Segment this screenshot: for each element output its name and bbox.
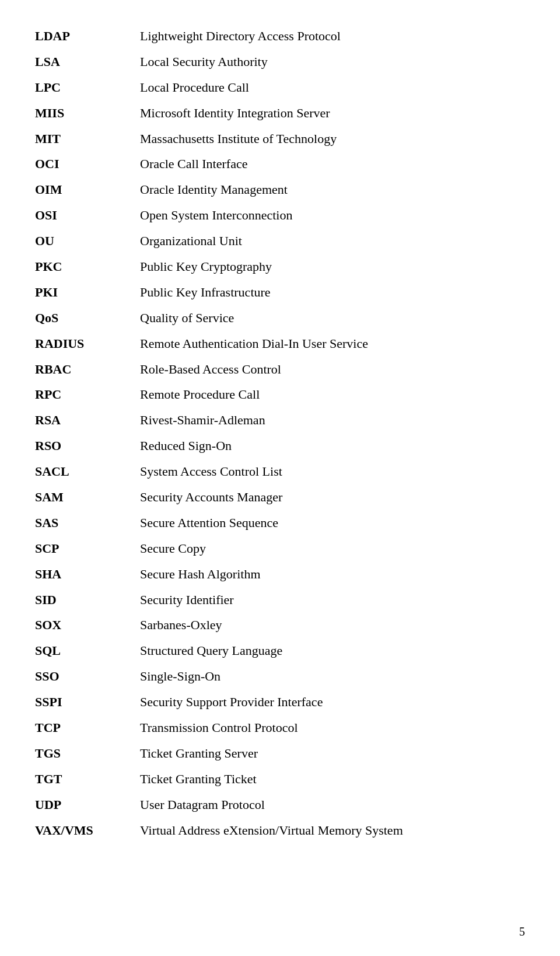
definition: Secure Copy [140,536,525,561]
table-row: OSIOpen System Interconnection [35,203,525,228]
table-row: PKIPublic Key Infrastructure [35,280,525,305]
definition: Organizational Unit [140,228,525,254]
table-row: RADIUSRemote Authentication Dial-In User… [35,331,525,357]
table-row: VAX/VMSVirtual Address eXtension/Virtual… [35,818,525,843]
abbreviation: OSI [35,203,140,228]
abbreviation: VAX/VMS [35,818,140,843]
definition: Oracle Call Interface [140,151,525,177]
table-row: SQLStructured Query Language [35,638,525,664]
definition: Rivest-Shamir-Adleman [140,407,525,433]
definition: Lightweight Directory Access Protocol [140,23,525,49]
definition: Security Support Provider Interface [140,689,525,715]
abbreviation: RSA [35,407,140,433]
abbreviation: MIT [35,126,140,152]
table-row: SCPSecure Copy [35,536,525,561]
abbreviation: SSPI [35,689,140,715]
abbreviation: PKC [35,254,140,280]
definition: Local Procedure Call [140,75,525,100]
definition: Security Identifier [140,587,525,613]
definition: Sarbanes-Oxley [140,612,525,638]
abbreviation: SAM [35,484,140,510]
definition: Ticket Granting Server [140,741,525,766]
abbreviation: QoS [35,305,140,331]
table-row: OCIOracle Call Interface [35,151,525,177]
abbreviation: SOX [35,612,140,638]
table-row: SIDSecurity Identifier [35,587,525,613]
definition: Role-Based Access Control [140,357,525,382]
abbreviation: OIM [35,177,140,203]
table-row: RSOReduced Sign-On [35,433,525,459]
page-number: 5 [519,925,525,938]
table-row: SSOSingle-Sign-On [35,664,525,689]
abbreviation: SACL [35,459,140,484]
definition: Local Security Authority [140,49,525,75]
definition: Massachusetts Institute of Technology [140,126,525,152]
definition: Remote Procedure Call [140,382,525,407]
abbreviation: SQL [35,638,140,664]
table-row: SASSecure Attention Sequence [35,510,525,536]
definition: System Access Control List [140,459,525,484]
table-row: LSALocal Security Authority [35,49,525,75]
abbreviation: PKI [35,280,140,305]
table-row: TGTTicket Granting Ticket [35,766,525,792]
abbreviation: MIIS [35,100,140,126]
abbreviation: LDAP [35,23,140,49]
abbreviation: TCP [35,715,140,741]
table-row: OUOrganizational Unit [35,228,525,254]
table-row: RBACRole-Based Access Control [35,357,525,382]
table-row: PKCPublic Key Cryptography [35,254,525,280]
abbreviation: RADIUS [35,331,140,357]
definition: Secure Hash Algorithm [140,561,525,587]
definition: Structured Query Language [140,638,525,664]
definition: Secure Attention Sequence [140,510,525,536]
definition: Public Key Infrastructure [140,280,525,305]
table-row: SOXSarbanes-Oxley [35,612,525,638]
abbreviation: TGT [35,766,140,792]
definition: Oracle Identity Management [140,177,525,203]
abbreviation: UDP [35,792,140,818]
definition: Ticket Granting Ticket [140,766,525,792]
abbreviation: SSO [35,664,140,689]
abbreviation: SID [35,587,140,613]
table-row: TGSTicket Granting Server [35,741,525,766]
abbreviation: RBAC [35,357,140,382]
abbreviation: OCI [35,151,140,177]
definition: Virtual Address eXtension/Virtual Memory… [140,818,525,843]
definition: Security Accounts Manager [140,484,525,510]
table-row: LPCLocal Procedure Call [35,75,525,100]
abbreviation: SAS [35,510,140,536]
table-row: RSARivest-Shamir-Adleman [35,407,525,433]
table-row: TCPTransmission Control Protocol [35,715,525,741]
definition: User Datagram Protocol [140,792,525,818]
abbreviation: SCP [35,536,140,561]
table-row: MITMassachusetts Institute of Technology [35,126,525,152]
definition: Quality of Service [140,305,525,331]
abbreviation: SHA [35,561,140,587]
abbreviation: LPC [35,75,140,100]
table-row: LDAPLightweight Directory Access Protoco… [35,23,525,49]
acronym-table: LDAPLightweight Directory Access Protoco… [35,23,525,843]
definition: Remote Authentication Dial-In User Servi… [140,331,525,357]
abbreviation: OU [35,228,140,254]
definition: Reduced Sign-On [140,433,525,459]
definition: Open System Interconnection [140,203,525,228]
table-row: RPCRemote Procedure Call [35,382,525,407]
abbreviation: LSA [35,49,140,75]
table-row: OIMOracle Identity Management [35,177,525,203]
table-row: SSPISecurity Support Provider Interface [35,689,525,715]
abbreviation: RPC [35,382,140,407]
abbreviation: TGS [35,741,140,766]
table-row: MIISMicrosoft Identity Integration Serve… [35,100,525,126]
table-row: QoSQuality of Service [35,305,525,331]
definition: Single-Sign-On [140,664,525,689]
definition: Public Key Cryptography [140,254,525,280]
table-row: UDPUser Datagram Protocol [35,792,525,818]
table-row: SAMSecurity Accounts Manager [35,484,525,510]
abbreviation: RSO [35,433,140,459]
definition: Transmission Control Protocol [140,715,525,741]
definition: Microsoft Identity Integration Server [140,100,525,126]
table-row: SACLSystem Access Control List [35,459,525,484]
table-row: SHASecure Hash Algorithm [35,561,525,587]
